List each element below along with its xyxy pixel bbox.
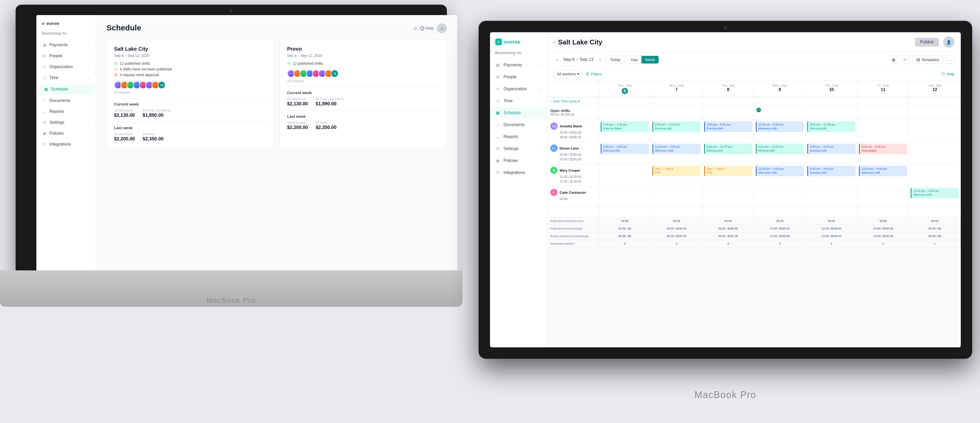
- laptop-help-btn[interactable]: ? Help: [420, 26, 434, 31]
- devon-mon[interactable]: 12:00 pm – 4:00 pm Afternoon shift: [651, 142, 703, 164]
- devon-fri[interactable]: 8:00 am – 5:00 pm Unavailable: [858, 142, 909, 164]
- annette-thu[interactable]: 8:00 am – 12:00 pm Morning shift: [806, 120, 858, 142]
- devon-fri-shift[interactable]: 8:00 am – 5:00 pm Unavailable: [859, 144, 907, 154]
- laptop-nav-payments[interactable]: ▦Payments ›: [37, 40, 96, 50]
- mary-sat[interactable]: [909, 164, 961, 186]
- today-button[interactable]: Today: [606, 56, 624, 64]
- tablet-nav-organization[interactable]: ⊙Organization ›: [490, 83, 547, 95]
- open-tue[interactable]: [703, 105, 754, 120]
- annette-tue-shift[interactable]: 4:00 pm – 8:00 pm Evening shift: [704, 121, 752, 132]
- annette-wed-shift[interactable]: 12:00 pm – 6:00 pm Afternoon shift: [756, 121, 804, 132]
- devon-wed-shift[interactable]: 8:00 am – 12:00 pm Morning shift: [756, 144, 804, 154]
- devon-mon-shift[interactable]: 12:00 pm – 4:00 pm Afternoon shift: [652, 144, 701, 154]
- open-wed[interactable]: +: [754, 105, 806, 120]
- schedule-grid[interactable]: Sun, Sep 6 Mon, Sep 7 Tue, Sep 8: [547, 81, 961, 347]
- tablet-nav-time[interactable]: ◷Time ›: [490, 95, 547, 107]
- tablet-nav-policies[interactable]: ▣Policies: [490, 155, 547, 167]
- annette-sun[interactable]: 8:00 am – 1:00 pm Prep for Baker: [599, 120, 651, 142]
- annette-tue[interactable]: 4:00 pm – 8:00 pm Evening shift: [703, 120, 754, 142]
- mary-mon-pto[interactable]: Sep 7 – Sep 8 PTO: [652, 166, 701, 176]
- workers-filter-select[interactable]: All workers ▾: [554, 70, 583, 78]
- laptop-user-avatar[interactable]: U: [437, 23, 447, 33]
- annette-mon[interactable]: 8:00 am – 12:00 pm Morning shift: [651, 120, 703, 142]
- mary-wed-shift[interactable]: 12:00 pm – 4:00 pm Afternoon shift: [756, 166, 804, 176]
- devon-sun-shift[interactable]: 4:00 pm – 6:00 pm Evening shift: [601, 144, 649, 154]
- help-link[interactable]: ? Help: [941, 72, 955, 76]
- mary-sun[interactable]: [599, 164, 651, 186]
- annette-sun-shift[interactable]: 8:00 am – 1:00 pm Prep for Baker: [601, 121, 649, 132]
- open-thu[interactable]: [806, 105, 858, 120]
- open-sun[interactable]: [599, 105, 651, 120]
- laptop-gear-icon[interactable]: ⚙: [414, 26, 417, 31]
- cade-info: C Cade Contractor 04:00: [547, 186, 599, 207]
- more-options-btn[interactable]: …: [946, 55, 955, 64]
- mary-thu[interactable]: 6:00 pm – 8:00 pm Evening shift: [806, 164, 858, 186]
- annette-sat[interactable]: [909, 120, 961, 142]
- prev-week-btn[interactable]: ‹: [554, 56, 561, 63]
- tablet-nav-settings[interactable]: ⚙Settings ›: [490, 143, 547, 155]
- calendar-icon-btn[interactable]: ▦: [889, 55, 898, 64]
- laptop-nav-documents[interactable]: □Documents: [37, 95, 96, 106]
- mary-mon[interactable]: Sep 7 – Sep 8 PTO: [651, 164, 703, 186]
- tablet-user-avatar[interactable]: 👤: [943, 37, 955, 48]
- week-view-button[interactable]: Week: [641, 56, 659, 64]
- open-sat[interactable]: [909, 105, 961, 120]
- cade-sun[interactable]: [599, 186, 651, 207]
- tablet-nav-integrations[interactable]: ⟳Integrations: [490, 167, 547, 179]
- scissors-icon-btn[interactable]: ✂: [901, 55, 909, 64]
- devon-wed[interactable]: 8:00 am – 12:00 pm Morning shift: [754, 142, 806, 164]
- cade-thu[interactable]: [806, 186, 858, 207]
- devon-sun[interactable]: 4:00 pm – 6:00 pm Evening shift: [599, 142, 651, 164]
- tablet-nav-people[interactable]: ⊞People: [490, 71, 547, 83]
- cade-fri[interactable]: [858, 186, 909, 207]
- tablet-nav-payments[interactable]: ▦Payments ›: [490, 59, 547, 71]
- laptop-nav-integrations[interactable]: ⟳Integrations: [37, 139, 96, 150]
- back-arrow-icon[interactable]: ‹: [554, 40, 555, 45]
- add-shift-icon[interactable]: +: [756, 108, 761, 112]
- tablet-nav-documents[interactable]: □Documents: [490, 119, 547, 131]
- sort-button[interactable]: ↕ Sort: First name ▾: [547, 97, 599, 105]
- templates-button[interactable]: ▤ Templates: [912, 55, 943, 64]
- laptop-nav-policies[interactable]: ▣Policies: [37, 128, 96, 139]
- cade-sat-shift[interactable]: 12:00 pm – 4:00 pm Afternoon shift: [911, 188, 959, 198]
- annette-wed[interactable]: 12:00 pm – 6:00 pm Afternoon shift: [754, 120, 806, 142]
- tablet-nav-schedule[interactable]: ▦Schedule: [490, 107, 547, 119]
- filters-button[interactable]: ⊟ Filters: [586, 72, 601, 76]
- laptop-sidebar: e everee Boomerang Inc. ▦Payments › ⊞Peo…: [37, 15, 96, 275]
- devon-thu[interactable]: 4:00 pm – 8:00 pm Evening shift: [806, 142, 858, 164]
- devon-tue-shift[interactable]: 8:00 am – 12:00 pm Morning shift: [704, 144, 752, 154]
- annette-mon-shift[interactable]: 8:00 am – 12:00 pm Morning shift: [652, 121, 701, 132]
- reports-icon: ⚊: [42, 109, 47, 114]
- mary-fri-shift[interactable]: 12:00 pm – 4:00 pm Afternoon shift: [859, 166, 907, 176]
- annette-thu-shift[interactable]: 8:00 am – 12:00 pm Morning shift: [807, 121, 856, 132]
- actual-label: ACTUAL (TO-DATE): [143, 109, 171, 112]
- devon-thu-shift[interactable]: 4:00 pm – 8:00 pm Evening shift: [807, 144, 856, 154]
- mary-fri[interactable]: 12:00 pm – 4:00 pm Afternoon shift: [858, 164, 909, 186]
- laptop-nav-people[interactable]: ⊞People: [37, 50, 96, 61]
- publish-button[interactable]: Publish: [915, 38, 939, 46]
- laptop-nav-schedule[interactable]: ▦Schedule: [38, 84, 94, 95]
- cade-wed[interactable]: [754, 186, 806, 207]
- laptop-nav-reports[interactable]: ⚊Reports: [37, 106, 96, 117]
- tablet-device: e everee Boomerang Inc. ▦Payments › ⊞Peo…: [479, 21, 972, 359]
- cade-sat[interactable]: 12:00 pm – 4:00 pm Afternoon shift: [909, 186, 961, 207]
- cade-mon[interactable]: [651, 186, 703, 207]
- open-mon[interactable]: [651, 105, 703, 120]
- shift-label: Afternoon shift: [758, 171, 802, 175]
- annette-fri[interactable]: [858, 120, 909, 142]
- open-fri[interactable]: [858, 105, 909, 120]
- mary-tue[interactable]: Sep 7 – Sep 8 PTO: [703, 164, 754, 186]
- mary-thu-shift[interactable]: 6:00 pm – 8:00 pm Evening shift: [807, 166, 856, 176]
- pto-date: Sep 7 – Sep 8: [707, 167, 751, 171]
- laptop-nav-settings[interactable]: ⚙Settings ›: [37, 117, 96, 128]
- next-week-btn[interactable]: ›: [596, 56, 603, 63]
- cade-tue[interactable]: [703, 186, 754, 207]
- mary-tue-pto[interactable]: Sep 7 – Sep 8 PTO: [704, 166, 752, 176]
- tablet-nav-reports[interactable]: ⚊Reports: [490, 131, 547, 143]
- laptop-nav-organization[interactable]: ⊙Organization ›: [37, 61, 96, 72]
- devon-sat[interactable]: [909, 142, 961, 164]
- mary-wed[interactable]: 12:00 pm – 4:00 pm Afternoon shift: [754, 164, 806, 186]
- devon-tue[interactable]: 8:00 am – 12:00 pm Morning shift: [703, 142, 754, 164]
- laptop-nav-time[interactable]: ◷Time ›: [37, 72, 96, 83]
- day-view-button[interactable]: Day: [627, 56, 641, 64]
